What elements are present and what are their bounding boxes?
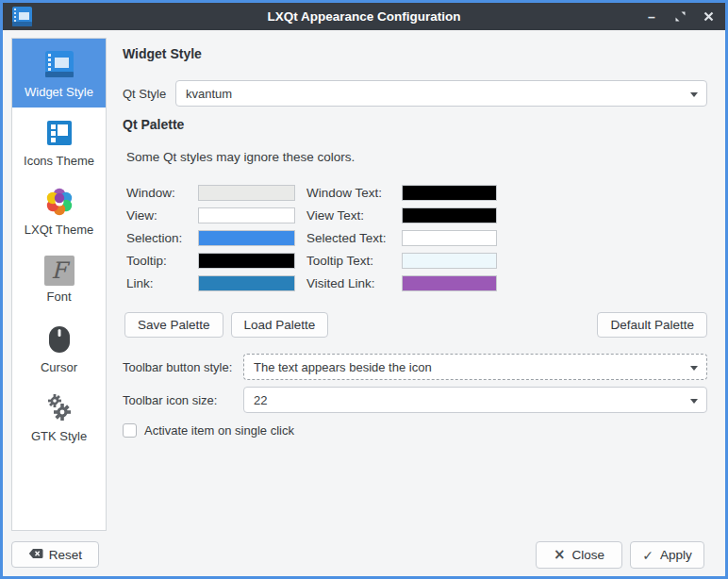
window-controls: – bbox=[644, 3, 716, 30]
chevron-down-icon bbox=[690, 92, 698, 97]
sidebar-item-label: GTK Style bbox=[31, 429, 87, 443]
qt-style-label: Qt Style bbox=[123, 87, 175, 101]
load-palette-button[interactable]: Load Palette bbox=[231, 312, 329, 338]
toolbar-size-value: 22 bbox=[254, 393, 267, 407]
palette-label: View Text: bbox=[295, 208, 402, 223]
reset-label: Reset bbox=[49, 548, 82, 562]
palette-label: Selected Text: bbox=[295, 231, 402, 245]
palette-label: Window Text: bbox=[295, 186, 402, 200]
page-title: Widget Style bbox=[123, 46, 202, 61]
qt-style-row: Qt Style kvantum bbox=[123, 80, 707, 107]
single-click-row: Activate item on single click bbox=[123, 423, 294, 438]
titlebar: LXQt Appearance Configuration – bbox=[3, 3, 725, 30]
palette-label: Window: bbox=[126, 186, 198, 200]
sidebar-item-font[interactable]: F Font bbox=[12, 245, 106, 314]
sidebar: Widget Style Icons Theme bbox=[11, 38, 107, 531]
selected-text-color-swatch[interactable] bbox=[402, 230, 497, 246]
cursor-icon bbox=[42, 323, 76, 356]
toolbar-size-label: Toolbar icon size: bbox=[123, 393, 243, 407]
view-color-swatch[interactable] bbox=[198, 207, 295, 223]
backspace-icon bbox=[28, 548, 43, 562]
gtk-style-icon bbox=[42, 391, 76, 425]
single-click-checkbox[interactable] bbox=[123, 423, 137, 438]
check-icon: ✓ bbox=[642, 549, 654, 562]
toolbar-style-select[interactable]: The text appears beside the icon bbox=[243, 354, 707, 380]
sidebar-item-cursor[interactable]: Cursor bbox=[12, 314, 106, 383]
selection-color-swatch[interactable] bbox=[198, 230, 295, 246]
window-color-swatch[interactable] bbox=[198, 185, 295, 201]
sidebar-item-label: Widget Style bbox=[25, 85, 93, 99]
palette-label: Link: bbox=[126, 276, 198, 290]
toolbar-style-row: Toolbar button style: The text appears b… bbox=[123, 354, 707, 380]
lxqt-appearance-window: LXQt Appearance Configuration – bbox=[0, 0, 728, 579]
palette-label: Tooltip Text: bbox=[295, 254, 402, 268]
chevron-down-icon bbox=[690, 399, 698, 404]
sidebar-item-gtk-style[interactable]: GTK Style bbox=[12, 383, 106, 452]
visited-link-color-swatch[interactable] bbox=[402, 275, 497, 291]
lxqt-theme-icon bbox=[42, 185, 76, 219]
sidebar-item-icons-theme[interactable]: Icons Theme bbox=[12, 108, 106, 176]
apply-button[interactable]: ✓ Apply bbox=[630, 541, 704, 569]
palette-label: Visited Link: bbox=[295, 276, 402, 290]
sidebar-item-widget-style[interactable]: Widget Style bbox=[12, 39, 106, 108]
close-button[interactable]: × Close bbox=[536, 541, 622, 569]
qt-style-value: kvantum bbox=[186, 87, 232, 101]
window-title: LXQt Appearance Configuration bbox=[3, 9, 725, 24]
toolbar-style-value: The text appears beside the icon bbox=[254, 360, 432, 374]
tooltip-text-color-swatch[interactable] bbox=[402, 253, 497, 269]
widget-style-icon bbox=[42, 47, 76, 81]
chevron-down-icon bbox=[690, 366, 698, 371]
tooltip-color-swatch[interactable] bbox=[198, 253, 295, 269]
toolbar-style-label: Toolbar button style: bbox=[123, 360, 243, 374]
single-click-label: Activate item on single click bbox=[144, 423, 294, 438]
save-palette-button[interactable]: Save Palette bbox=[124, 312, 223, 338]
sidebar-item-label: Font bbox=[46, 290, 71, 304]
font-icon: F bbox=[44, 256, 74, 286]
app-icon bbox=[11, 6, 33, 27]
palette-label: Tooltip: bbox=[126, 254, 198, 268]
sidebar-item-lxqt-theme[interactable]: LXQt Theme bbox=[12, 176, 106, 245]
minimize-icon[interactable]: – bbox=[644, 9, 659, 25]
toolbar-size-row: Toolbar icon size: 22 bbox=[123, 387, 707, 413]
toolbar-icon-size-select[interactable]: 22 bbox=[243, 387, 707, 413]
palette-buttons-row: Save Palette Load Palette Default Palett… bbox=[124, 312, 707, 338]
restore-icon[interactable] bbox=[672, 9, 687, 25]
palette-grid: Window: Window Text: View: View Text: Se… bbox=[126, 185, 497, 291]
default-palette-button[interactable]: Default Palette bbox=[597, 312, 707, 338]
close-icon: × bbox=[554, 548, 566, 562]
reset-button[interactable]: Reset bbox=[11, 541, 99, 568]
sidebar-item-label: Icons Theme bbox=[24, 154, 94, 168]
apply-label: Apply bbox=[660, 548, 692, 562]
icons-theme-icon bbox=[42, 116, 76, 150]
link-color-swatch[interactable] bbox=[198, 275, 295, 291]
palette-note: Some Qt styles may ignore these colors. bbox=[126, 150, 355, 164]
close-label: Close bbox=[572, 548, 605, 562]
sidebar-item-label: LXQt Theme bbox=[25, 223, 93, 237]
close-window-icon[interactable] bbox=[701, 9, 716, 25]
qt-style-select[interactable]: kvantum bbox=[175, 80, 707, 107]
view-text-color-swatch[interactable] bbox=[402, 207, 497, 223]
sidebar-item-label: Cursor bbox=[41, 360, 77, 374]
qt-palette-heading: Qt Palette bbox=[123, 117, 184, 132]
palette-label: View: bbox=[126, 208, 198, 223]
window-text-color-swatch[interactable] bbox=[402, 185, 497, 201]
palette-label: Selection: bbox=[126, 231, 198, 245]
